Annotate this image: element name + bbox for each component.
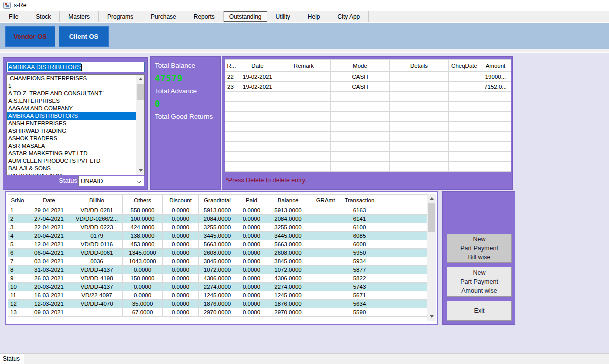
col-header-amount[interactable]: Amount [480,60,511,72]
status-bar: Status [0,354,609,364]
total-balance-label: Total Balance [155,62,216,70]
menu-item-reports[interactable]: Reports [185,11,224,22]
app-icon [3,2,11,9]
status-bar-label: Status [0,354,24,364]
client-os-button[interactable]: Client OS [59,26,109,47]
menu-item-purchase[interactable]: Purchase [142,11,185,22]
total-good-returns-value [155,124,216,134]
col-header-grandtotal[interactable]: Grandtotal [199,195,236,206]
bills-panel: SrNo Date BillNo Others Discount Grandto… [5,192,438,325]
col-header-others[interactable]: Others [123,195,163,206]
list-item[interactable]: CHAMPIONS ENTERPRISES [7,75,136,82]
up-arrow-icon [430,198,434,200]
menu-item-city-app[interactable]: City App [329,11,369,22]
col-header-cheqdate[interactable]: CheqDate [449,60,480,72]
bills-row[interactable]: 5 12-04-2021 VD/DD-0116 453.0000 0.0000 … [8,240,427,249]
list-item[interactable]: 1 [7,82,136,90]
scroll-down-icon[interactable] [427,312,436,321]
col-header-gramt[interactable]: GRAmt [309,195,342,206]
col-header-paid[interactable]: Paid [236,195,267,206]
scroll-down-icon[interactable] [136,166,145,175]
payments-panel: R... Date Remark Mode Details CheqDate A… [222,56,513,190]
title-bar: s-Re [0,0,609,11]
col-header-remark[interactable]: Remark [277,60,331,72]
list-item[interactable]: ASHOK TRADERS [7,135,136,142]
vendor-os-button[interactable]: Vendor OS [5,26,55,47]
total-balance-value: 47579 [155,74,216,84]
payments-row[interactable]: 23 19-02-2021 CASH 7152.0... [225,82,511,92]
scroll-up-icon[interactable] [427,194,436,203]
col-header-srno[interactable]: SrNo [8,195,27,206]
list-item-selected[interactable]: AMBIKAA DISTRIBUTORS [7,112,136,120]
new-part-payment-amount-wise-button[interactable]: New Part Payment Amount wise [447,267,512,297]
menu-item-file[interactable]: File [0,11,27,22]
bills-row[interactable]: 11 16-03-2021 VD/22-4097 0.0000 0.0000 1… [8,292,427,300]
col-header-transaction[interactable]: Transaction [342,195,377,206]
party-search-value: AMBIKAA DISTRIBUTORS [8,64,81,72]
payments-row[interactable]: 22 19-02-2021 CASH 19000... [225,72,511,82]
col-header-details[interactable]: Details [390,60,449,72]
party-list-scrollbar[interactable] [136,75,144,175]
bills-row[interactable]: 2 27-04-2021 VD/DD-0266/2... 100.0000 0.… [8,215,427,224]
bills-row[interactable]: 7 03-04-2021 0036 1043.0000 0.0000 3845.… [8,258,427,266]
bills-row[interactable]: 13 09-03-2021 67.0000 0.0000 2970.0000 0… [8,308,427,317]
bills-row[interactable]: 4 20-04-2021 0179 138.0000 0.0000 3445.0… [8,232,427,240]
totals-panel: Total Balance 47579 Total Advance 0 Tota… [150,56,221,190]
list-item[interactable]: BALAJI & SONS [7,165,136,172]
bills-table-scrollbar[interactable] [427,194,436,321]
col-header-discount[interactable]: Discount [163,195,199,206]
bills-row[interactable]: 3 22-04-2021 VD/DD-0223 424.0000 0.0000 … [8,224,427,232]
bills-table-body: 1 29-04-2021 VD/DD-0281 558.0000 0.0000 … [8,206,427,317]
bills-row[interactable]: 1 29-04-2021 VD/DD-0281 558.0000 0.0000 … [8,206,427,215]
new-part-payment-bill-wise-button[interactable]: New Part Payment Bill wise [447,234,512,263]
list-item[interactable]: ASTAR MARKETING PVT LTD [7,150,136,158]
bills-row[interactable]: 6 06-04-2021 VD/DD-0061 1345.0000 0.0000… [8,249,427,258]
list-item[interactable]: BALKRISHNA FARM [7,172,136,175]
col-header-balance[interactable]: Balance [267,195,309,206]
delete-hint-text: *Press Delete to delete entry. [225,177,510,184]
menu-item-help[interactable]: Help [299,11,329,22]
down-arrow-icon [430,316,434,318]
up-arrow-icon [139,78,143,80]
scrollbar-thumb[interactable] [428,204,435,232]
list-item[interactable]: A.S.ENTERPRISES [7,98,136,105]
menu-item-stock[interactable]: Stock [27,11,60,22]
menu-item-utility[interactable]: Utility [267,11,299,22]
col-header-billno[interactable]: BillNo [71,195,123,206]
list-item[interactable]: A TO Z TRADE AND CONSULTANT` [7,90,136,98]
list-item[interactable]: AAGAM AND COMPANY [7,105,136,112]
scrollbar-thumb[interactable] [137,84,144,100]
app-window: s-Re File Stock Masters Programs Purchas… [0,0,609,364]
bills-row[interactable]: 9 26-03-2021 VD/DD-4198 150.0000 0.0000 … [8,274,427,283]
list-item[interactable]: ANSH ENTERPRISES [7,120,136,128]
col-header-mode[interactable]: Mode [331,60,390,72]
payments-header-row: R... Date Remark Mode Details CheqDate A… [225,60,511,72]
payments-table-body: 22 19-02-2021 CASH 19000... 23 19-02-202… [225,72,511,92]
party-list-items: CHAMPIONS ENTERPRISES 1 A TO Z TRADE AND… [7,75,136,175]
bills-row[interactable]: 12 12-03-2021 VD/DD-4070 35.0000 0.0000 … [8,300,427,308]
menu-item-programs[interactable]: Programs [99,11,142,22]
menu-item-masters[interactable]: Masters [60,11,99,22]
status-filter-label: Status [59,177,77,184]
actions-panel: New Part Payment Bill wise New Part Paym… [442,192,515,325]
scroll-up-icon[interactable] [136,75,145,84]
list-item[interactable]: ASHIRWAD TRADING [7,128,136,135]
col-header-recno[interactable]: R... [225,60,238,72]
party-search-input[interactable]: AMBIKAA DISTRIBUTORS [6,62,145,72]
list-item[interactable]: AUM CLEEN PRODUCTS PVT LTD [7,158,136,165]
bills-row[interactable]: 8 31-03-2021 VD/DD-4137 0.0000 0.0000 10… [8,266,427,274]
col-header-date[interactable]: Date [27,195,71,206]
bills-header-row: SrNo Date BillNo Others Discount Grandto… [8,195,427,206]
window-title: s-Re [14,2,26,9]
exit-button[interactable]: Exit [447,301,512,321]
col-header-date[interactable]: Date [238,60,277,72]
status-filter-value: UNPAID [81,178,103,185]
col-header-filler [377,195,427,206]
menu-item-outstanding[interactable]: Outstanding [224,12,267,22]
bills-row[interactable]: 10 20-03-2021 VD/DD-4137 0.0000 0.0000 2… [8,283,427,292]
list-item[interactable]: ASR MASALA [7,142,136,150]
status-filter-row: Status UNPAID [3,176,147,186]
total-good-returns-label: Total Good Returns [155,113,216,120]
toolbar: Vendor OS Client OS [0,24,609,50]
status-filter-dropdown[interactable]: UNPAID [78,176,144,186]
